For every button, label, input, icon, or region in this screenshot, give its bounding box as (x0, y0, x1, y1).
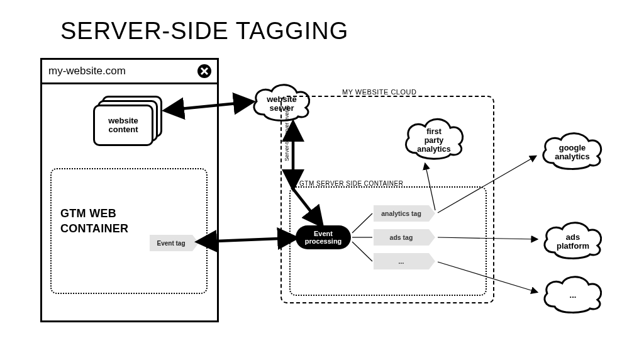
page-title: SERVER-SIDE TAGGING (60, 18, 348, 45)
server-to-server-label: Server-to-server events (284, 105, 290, 161)
first-party-analytics-cloud: first party analytics (401, 115, 467, 163)
ads-platform-cloud: ads platform (540, 218, 606, 262)
google-analytics-cloud: google analytics (538, 128, 606, 173)
more-cloud: ... (540, 272, 606, 316)
gtm-web-container: GTM WEB CONTAINER Event tag (50, 168, 208, 294)
close-icon (197, 64, 212, 79)
event-tag: Event tag (150, 235, 199, 251)
gtm-server-container-label: GTM SERVER SIDE CONTAINER (299, 180, 403, 187)
event-processing-node: Event processing (296, 225, 351, 249)
ads-tag: ads tag (374, 229, 435, 246)
analytics-tag: analytics tag (374, 205, 435, 222)
browser-titlebar: my-website.com (42, 60, 217, 84)
more-tag: ... (374, 253, 435, 269)
my-website-cloud-label: MY WEBSITE CLOUD (342, 88, 416, 96)
browser-url: my-website.com (48, 65, 126, 77)
gtm-web-container-label: GTM WEB CONTAINER (60, 206, 128, 237)
website-content-card: website content (93, 96, 162, 144)
